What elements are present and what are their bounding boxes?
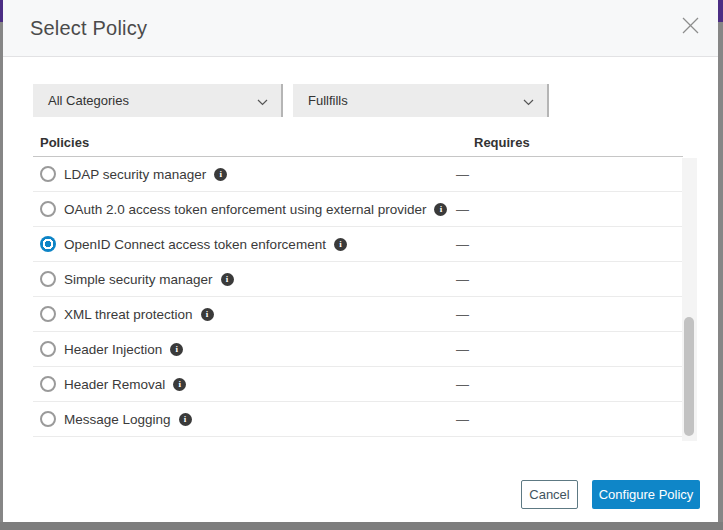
select-policy-modal: Select Policy All Categories	[3, 0, 718, 522]
category-select-value: All Categories	[48, 93, 129, 108]
policy-label: OAuth 2.0 access token enforcement using…	[64, 202, 426, 217]
table-row[interactable]: Message Logging i —	[33, 402, 683, 437]
policy-label: Simple security manager	[64, 272, 213, 287]
policy-radio[interactable]	[40, 341, 56, 357]
table-row[interactable]: Simple security manager i —	[33, 262, 683, 297]
scrollbar-thumb[interactable]	[684, 317, 694, 436]
close-icon	[682, 17, 699, 37]
policy-label: Header Injection	[64, 342, 162, 357]
configure-policy-button[interactable]: Configure Policy	[592, 480, 700, 509]
column-header-policies: Policies	[40, 135, 89, 150]
policy-radio[interactable]	[40, 306, 56, 322]
page-title: Select Policy	[30, 17, 147, 40]
policy-radio[interactable]	[40, 411, 56, 427]
category-select[interactable]: All Categories	[33, 84, 283, 117]
modal-footer: Cancel Configure Policy	[521, 480, 700, 509]
screen: Select Policy All Categories	[0, 0, 723, 530]
policy-label: LDAP security manager	[64, 167, 206, 182]
chevron-down-icon	[523, 92, 534, 110]
requires-value: —	[456, 167, 469, 182]
table-row[interactable]: OpenID Connect access token enforcement …	[33, 227, 683, 262]
info-icon[interactable]: i	[434, 203, 447, 216]
policy-label: OpenID Connect access token enforcement	[64, 237, 326, 252]
info-icon[interactable]: i	[221, 273, 234, 286]
requires-value: —	[456, 307, 469, 322]
requires-value: —	[456, 342, 469, 357]
requires-value: —	[456, 412, 469, 427]
policy-radio[interactable]	[40, 376, 56, 392]
policy-radio[interactable]	[40, 236, 56, 252]
info-icon[interactable]: i	[201, 308, 214, 321]
modal-body: All Categories Fullfills Policies Requir…	[3, 57, 718, 522]
table-row[interactable]: OAuth 2.0 access token enforcement using…	[33, 192, 683, 227]
requires-value: —	[456, 272, 469, 287]
policy-list: LDAP security manager i — OAuth 2.0 acce…	[33, 157, 683, 437]
table-row[interactable]: Header Removal i —	[33, 367, 683, 402]
fulfills-select[interactable]: Fullfills	[293, 84, 549, 117]
requires-value: —	[456, 237, 469, 252]
info-icon[interactable]: i	[170, 343, 183, 356]
table-row[interactable]: LDAP security manager i —	[33, 157, 683, 192]
requires-value: —	[456, 202, 469, 217]
info-icon[interactable]: i	[179, 413, 192, 426]
policy-label: XML threat protection	[64, 307, 193, 322]
backdrop-bottom-edge	[0, 522, 723, 530]
info-icon[interactable]: i	[334, 238, 347, 251]
backdrop-purple-navbar	[718, 0, 723, 22]
info-icon[interactable]: i	[214, 168, 227, 181]
scrollbar-track[interactable]	[682, 158, 697, 441]
modal-header: Select Policy	[3, 0, 718, 57]
policy-label: Header Removal	[64, 377, 165, 392]
table-header: Policies Requires	[33, 131, 683, 157]
policy-radio[interactable]	[40, 271, 56, 287]
policy-label: Message Logging	[64, 412, 171, 427]
column-header-requires: Requires	[474, 135, 530, 150]
backdrop-right-edge	[718, 0, 723, 522]
chevron-down-icon	[257, 92, 268, 110]
policy-radio[interactable]	[40, 166, 56, 182]
filter-bar: All Categories Fullfills	[33, 84, 549, 117]
table-row[interactable]: Header Injection i —	[33, 332, 683, 367]
close-button[interactable]	[680, 17, 700, 37]
cancel-button[interactable]: Cancel	[521, 480, 578, 509]
fulfills-select-value: Fullfills	[308, 93, 348, 108]
table-row[interactable]: XML threat protection i —	[33, 297, 683, 332]
info-icon[interactable]: i	[173, 378, 186, 391]
policy-radio[interactable]	[40, 201, 56, 217]
requires-value: —	[456, 377, 469, 392]
